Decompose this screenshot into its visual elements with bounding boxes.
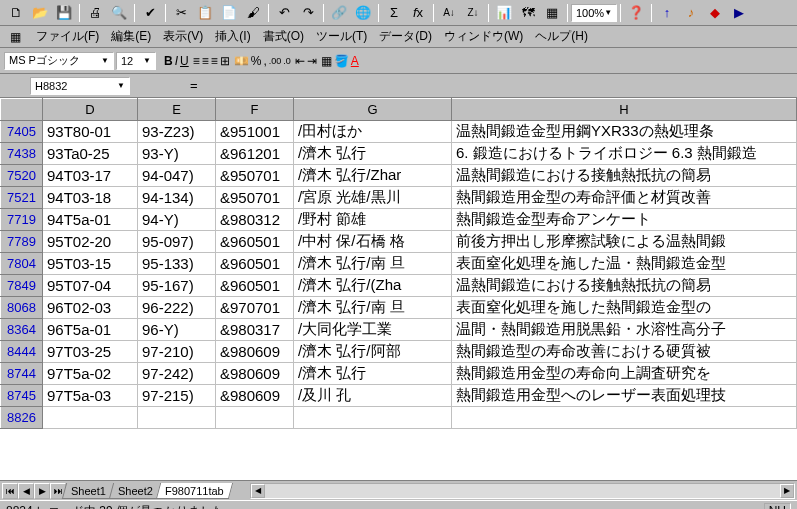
cell-reference[interactable]: H8832▼ <box>30 77 130 95</box>
cell[interactable]: &980312 <box>216 209 294 231</box>
cell[interactable]: 94-047) <box>138 165 216 187</box>
cell[interactable]: &980609 <box>216 385 294 407</box>
cell[interactable]: 96-222) <box>138 297 216 319</box>
menu-edit[interactable]: 編集(E) <box>111 28 151 45</box>
cell[interactable]: 温間・熱間鍛造用脱黒鉛・水溶性高分子 <box>452 319 797 341</box>
cell[interactable]: 97T5a-02 <box>43 363 138 385</box>
cell[interactable]: 93T80-01 <box>43 121 138 143</box>
underline-icon[interactable]: U <box>180 54 189 68</box>
fill-color-icon[interactable]: 🪣 <box>334 54 349 68</box>
percent-icon[interactable]: % <box>251 54 262 68</box>
cell[interactable]: 95-097) <box>138 231 216 253</box>
menu-file[interactable]: ファイル(F) <box>36 28 99 45</box>
paste-icon[interactable]: 📄 <box>218 3 240 23</box>
cell[interactable]: &960501 <box>216 231 294 253</box>
function-icon[interactable]: fx <box>407 3 429 23</box>
cell[interactable]: 温熱間鍛造における接触熱抵抗の簡易 <box>452 165 797 187</box>
row-header[interactable]: 7804 <box>1 253 43 275</box>
inc-decimal-icon[interactable]: .00 <box>269 56 282 66</box>
col-header-d[interactable]: D <box>43 99 138 121</box>
cell[interactable]: /濟木 弘行 <box>294 363 452 385</box>
print-icon[interactable]: 🖨 <box>84 3 106 23</box>
borders-icon[interactable]: ▦ <box>321 54 332 68</box>
row-header[interactable]: 8744 <box>1 363 43 385</box>
align-center-icon[interactable]: ≡ <box>202 54 209 68</box>
table-row[interactable]: 7849 95T07-04 95-167) &960501 /濟木 弘行/(Zh… <box>1 275 797 297</box>
sum-icon[interactable]: Σ <box>383 3 405 23</box>
cell[interactable]: 温熱間鍛造における接触熱抵抗の簡易 <box>452 275 797 297</box>
link-icon[interactable]: 🔗 <box>328 3 350 23</box>
menu-insert[interactable]: 挿入(I) <box>215 28 250 45</box>
cell[interactable]: /濟木 弘行 <box>294 143 452 165</box>
cell[interactable]: 95T07-04 <box>43 275 138 297</box>
app-icon[interactable]: ▦ <box>6 28 24 46</box>
merge-icon[interactable]: ⊞ <box>220 54 230 68</box>
cell[interactable]: 96T02-03 <box>43 297 138 319</box>
row-header[interactable]: 8826 <box>1 407 43 429</box>
table-row[interactable]: 7804 95T03-15 95-133) &960501 /濟木 弘行/南 旦… <box>1 253 797 275</box>
cell[interactable]: /濟木 弘行/南 旦 <box>294 253 452 275</box>
comma-icon[interactable]: , <box>263 54 266 68</box>
menu-view[interactable]: 表示(V) <box>163 28 203 45</box>
formula-input[interactable]: = <box>190 78 198 93</box>
table-row[interactable]: 7520 94T03-17 94-047) &950701 /濟木 弘行/Zha… <box>1 165 797 187</box>
cell[interactable]: /宮原 光雄/黒川 <box>294 187 452 209</box>
cell[interactable]: 95T02-20 <box>43 231 138 253</box>
cell[interactable]: &950701 <box>216 187 294 209</box>
cell[interactable]: 97T03-25 <box>43 341 138 363</box>
cell[interactable]: /濟木 弘行/(Zha <box>294 275 452 297</box>
tab-next-icon[interactable]: ▶ <box>34 483 50 499</box>
row-header[interactable]: 7789 <box>1 231 43 253</box>
cell[interactable]: 96T5a-01 <box>43 319 138 341</box>
tab-prev-icon[interactable]: ◀ <box>18 483 34 499</box>
menu-format[interactable]: 書式(O) <box>263 28 304 45</box>
col-header-f[interactable]: F <box>216 99 294 121</box>
cell[interactable]: 熱間鍛造用金型の寿命向上調査研究を <box>452 363 797 385</box>
font-color-icon[interactable]: A <box>351 54 359 68</box>
horizontal-scrollbar[interactable]: ◀ ▶ <box>250 483 795 499</box>
cell[interactable]: 熱間鍛造型の寿命改善における硬質被 <box>452 341 797 363</box>
menu-window[interactable]: ウィンドウ(W) <box>444 28 523 45</box>
row-header[interactable]: 7520 <box>1 165 43 187</box>
font-select[interactable]: MS Pゴシック▼ <box>4 52 114 70</box>
table-row[interactable]: 7719 94T5a-01 94-Y) &980312 /野村 節雄 熱間鍛造金… <box>1 209 797 231</box>
cell[interactable]: 熱間鍛造金型寿命アンケート <box>452 209 797 231</box>
cell[interactable]: /及川 孔 <box>294 385 452 407</box>
cell[interactable]: &980609 <box>216 341 294 363</box>
cell[interactable]: &950701 <box>216 165 294 187</box>
col-header-g[interactable]: G <box>294 99 452 121</box>
cell[interactable]: 95T03-15 <box>43 253 138 275</box>
table-row[interactable]: 8068 96T02-03 96-222) &970701 /濟木 弘行/南 旦… <box>1 297 797 319</box>
diamond-icon[interactable]: ◆ <box>704 3 726 23</box>
table-row[interactable]: 7521 94T03-18 94-134) &950701 /宮原 光雄/黒川 … <box>1 187 797 209</box>
inc-indent-icon[interactable]: ⇥ <box>307 54 317 68</box>
col-header-h[interactable]: H <box>452 99 797 121</box>
align-right-icon[interactable]: ≡ <box>211 54 218 68</box>
web-icon[interactable]: 🌐 <box>352 3 374 23</box>
menu-data[interactable]: データ(D) <box>379 28 432 45</box>
sort-asc-icon[interactable]: A↓ <box>438 3 460 23</box>
preview-icon[interactable]: 🔍 <box>108 3 130 23</box>
table-row[interactable]: 7405 93T80-01 93-Z23) &951001 /田村ほか 温熱間鍛… <box>1 121 797 143</box>
cell[interactable]: 97T5a-03 <box>43 385 138 407</box>
up-arrow-icon[interactable]: ↑ <box>656 3 678 23</box>
redo-icon[interactable]: ↷ <box>297 3 319 23</box>
pivot-icon[interactable]: ▦ <box>541 3 563 23</box>
cell[interactable]: 94T03-18 <box>43 187 138 209</box>
zoom-select[interactable]: 100%▼ <box>571 4 617 22</box>
cell[interactable]: 表面窒化処理を施した温・熱間鍛造金型 <box>452 253 797 275</box>
dec-decimal-icon[interactable]: .0 <box>283 56 291 66</box>
scroll-right-icon[interactable]: ▶ <box>780 484 794 498</box>
menu-help[interactable]: ヘルプ(H) <box>535 28 588 45</box>
currency-icon[interactable]: 💴 <box>234 54 249 68</box>
cell[interactable]: 97-242) <box>138 363 216 385</box>
cell[interactable]: 94-134) <box>138 187 216 209</box>
cell[interactable]: 93Ta0-25 <box>43 143 138 165</box>
row-header[interactable]: 7719 <box>1 209 43 231</box>
dec-indent-icon[interactable]: ⇤ <box>295 54 305 68</box>
cell[interactable]: &951001 <box>216 121 294 143</box>
sort-desc-icon[interactable]: Z↓ <box>462 3 484 23</box>
col-header-e[interactable]: E <box>138 99 216 121</box>
cell[interactable]: /中村 保/石橋 格 <box>294 231 452 253</box>
cell[interactable]: 96-Y) <box>138 319 216 341</box>
